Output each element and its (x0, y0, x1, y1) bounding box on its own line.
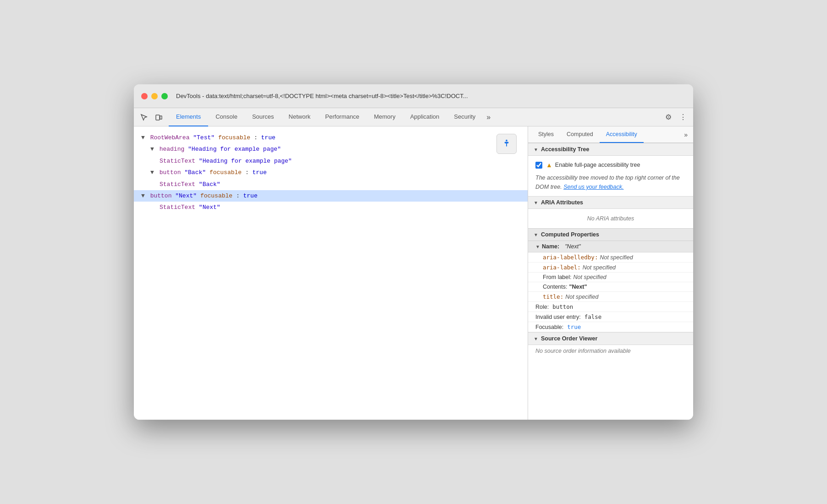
node-attr: focusable (218, 134, 250, 141)
sub-tab-bar: Styles Computed Accessibility » (528, 126, 693, 143)
node-string: "Heading for example page" (199, 158, 292, 164)
no-aria-attrs-text: No ARIA attributes (535, 213, 686, 225)
prop-value: Not specified (565, 294, 598, 300)
tab-network[interactable]: Network (281, 108, 318, 126)
tab-sources[interactable]: Sources (245, 108, 281, 126)
node-type: heading (160, 146, 185, 153)
svg-point-2 (506, 140, 507, 142)
sub-tabs-more-button[interactable]: » (682, 131, 689, 138)
source-order-body: No source order information available (528, 345, 693, 357)
node-type: RootWebArea (150, 134, 190, 141)
tree-arrow: ▼ (150, 169, 154, 176)
accessibility-icon-button[interactable] (496, 134, 517, 154)
tab-application[interactable]: Application (403, 108, 447, 126)
section-arrow: ▼ (534, 336, 538, 341)
tab-memory[interactable]: Memory (367, 108, 403, 126)
right-panel: Styles Computed Accessibility » ▼ Access… (528, 126, 693, 420)
sub-tab-accessibility[interactable]: Accessibility (600, 126, 644, 143)
tree-arrow: ▼ (141, 134, 145, 141)
prop-value: Not specified (600, 254, 633, 261)
tree-arrow: ▼ (150, 146, 154, 153)
window-title: DevTools - data:text/html;charset=utf-8,… (176, 93, 686, 99)
main-tab-bar: Elements Console Sources Network Perform… (134, 108, 693, 126)
tab-security[interactable]: Security (447, 108, 483, 126)
node-value: true (243, 192, 258, 199)
prop-focusable: Focusable: true (528, 322, 693, 332)
prop-label: aria-labelledby: (543, 254, 598, 261)
section-arrow: ▼ (534, 147, 538, 152)
inspect-icon-button[interactable] (138, 111, 150, 124)
accessibility-tree-label: Accessibility Tree (541, 146, 590, 153)
tree-arrow: ▼ (141, 192, 145, 199)
feedback-link[interactable]: Send us your feedback. (563, 184, 623, 190)
prop-value: "Next" (569, 284, 587, 290)
node-type: StaticText (160, 181, 195, 188)
tab-bar-actions: ⚙ ⋮ (662, 111, 689, 124)
aria-attributes-header[interactable]: ▼ ARIA Attributes (528, 196, 693, 209)
name-label: Name: (542, 243, 559, 250)
name-value: "Next" (565, 243, 581, 250)
node-string: "Next" (175, 192, 197, 199)
prop-contents: Contents: "Next" (528, 282, 693, 292)
computed-name-row[interactable]: ▼ Name: "Next" (528, 241, 693, 252)
tab-console[interactable]: Console (208, 108, 245, 126)
prop-label: Contents: (543, 284, 568, 290)
tree-node-statictext-back[interactable]: StaticText "Back" (160, 179, 520, 190)
node-type: button (160, 169, 181, 176)
more-options-button[interactable]: ⋮ (677, 111, 689, 124)
aria-attributes-body: No ARIA attributes (528, 209, 693, 228)
computed-name-arrow: ▼ (535, 244, 540, 249)
sub-tab-computed[interactable]: Computed (560, 126, 600, 143)
tree-node-button-back[interactable]: ▼ button "Back" focusable : true (150, 167, 520, 178)
accessibility-tree-body: ▲ Enable full-page accessibility tree Th… (528, 156, 693, 196)
enable-checkbox-row: ▲ Enable full-page accessibility tree (535, 159, 686, 170)
node-value: true (253, 169, 267, 176)
computed-properties-header[interactable]: ▼ Computed Properties (528, 228, 693, 241)
tabs-more-button[interactable]: » (483, 113, 494, 121)
svg-rect-0 (156, 115, 160, 120)
prop-from-label: From label: Not specified (528, 273, 693, 282)
prop-title: title: Not specified (528, 292, 693, 302)
section-arrow: ▼ (534, 200, 538, 205)
tree-node-statictext-next[interactable]: StaticText "Next" (160, 202, 520, 213)
minimize-button[interactable] (151, 93, 158, 99)
prop-value: Not specified (573, 274, 606, 280)
tab-performance[interactable]: Performance (318, 108, 366, 126)
prop-label: Role: (535, 304, 549, 310)
close-button[interactable] (141, 93, 148, 99)
sub-tab-styles[interactable]: Styles (532, 126, 560, 143)
tree-node-rootwebarea[interactable]: ▼ RootWebArea "Test" focusable : true (141, 132, 520, 143)
source-order-empty-text: No source order information available (535, 348, 631, 354)
tab-elements[interactable]: Elements (169, 108, 208, 126)
maximize-button[interactable] (161, 93, 168, 99)
main-content: ▼ RootWebArea "Test" focusable : true ▼ … (134, 126, 693, 420)
node-type: button (150, 192, 172, 199)
node-string: "Next" (199, 204, 221, 211)
aria-attributes-label: ARIA Attributes (541, 199, 583, 206)
source-order-header[interactable]: ▼ Source Order Viewer (528, 332, 693, 345)
prop-invalid: Invalid user entry: false (528, 312, 693, 322)
role-value: button (552, 303, 573, 310)
tree-node-statictext-heading[interactable]: StaticText "Heading for example page" (160, 155, 520, 167)
node-string: "Back" (199, 181, 221, 188)
enable-checkbox-label: ▲ Enable full-page accessibility tree (546, 161, 640, 169)
device-icon-button[interactable] (152, 111, 165, 124)
enable-full-page-checkbox[interactable] (535, 162, 542, 169)
node-type: StaticText (160, 204, 195, 211)
prop-aria-label: aria-label: Not specified (528, 263, 693, 273)
svg-rect-1 (160, 116, 162, 119)
node-type: StaticText (160, 158, 195, 164)
prop-value: Not specified (583, 264, 616, 271)
settings-button[interactable]: ⚙ (662, 111, 675, 124)
traffic-lights (141, 93, 168, 99)
tree-node-heading[interactable]: ▼ heading "Heading for example page" (150, 143, 520, 155)
section-arrow: ▼ (534, 232, 538, 237)
prop-label: Invalid user entry: (535, 314, 581, 320)
tree-node-button-next[interactable]: ▼ button "Next" focusable : true (134, 190, 528, 202)
accessibility-tree-header[interactable]: ▼ Accessibility Tree (528, 143, 693, 156)
tab-icons (138, 111, 165, 124)
devtools-window: DevTools - data:text/html;charset=utf-8,… (134, 84, 693, 420)
prop-label: aria-label: (543, 264, 581, 271)
prop-aria-labelledby: aria-labelledby: Not specified (528, 252, 693, 263)
warning-icon: ▲ (546, 161, 552, 169)
